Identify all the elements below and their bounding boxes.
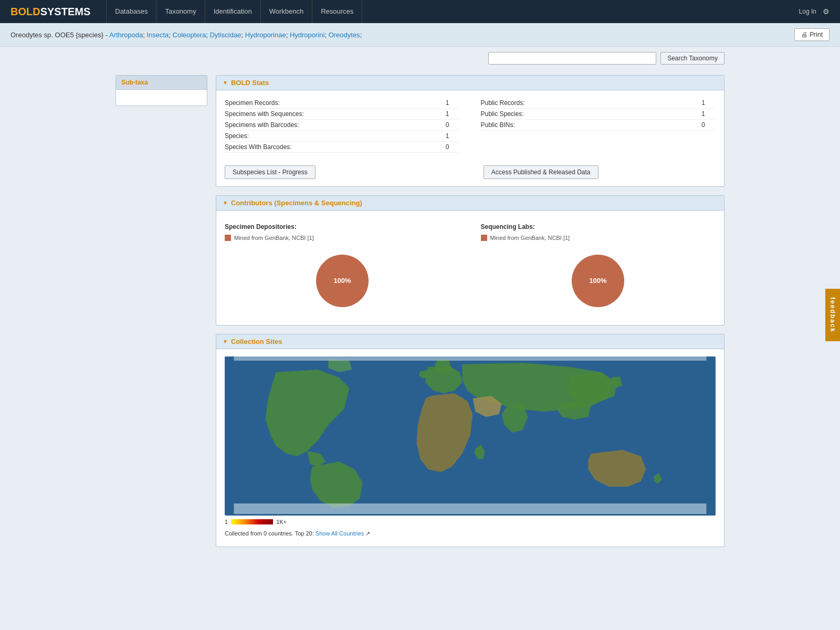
stat-specimens-barcodes-label: Specimens with Barcodes: <box>225 121 299 129</box>
collapse-arrow-collection-sites[interactable]: ▼ <box>223 339 228 344</box>
map-caption-text: Collected from 0 countries. Top 20: <box>225 530 314 537</box>
breadcrumb-hydroporini[interactable]: Hydroporini <box>290 31 324 39</box>
subspecies-list-progress-button[interactable]: Subspecies List - Progress <box>225 165 316 179</box>
stat-public-records-label: Public Records: <box>481 99 525 107</box>
logo[interactable]: BOLD SYSTEMS <box>10 6 90 18</box>
contributors-body: Specimen Depositories: Mined from GenBan… <box>216 211 724 325</box>
stat-species-label: Species: <box>225 132 249 140</box>
breadcrumb-arthropoda[interactable]: Arthropoda <box>109 31 143 39</box>
nav-databases[interactable]: Databases <box>106 0 156 23</box>
stat-species-barcodes-value: 0 <box>439 143 460 151</box>
specimen-legend: Mined from GenBank, NCBI [1] <box>225 235 314 241</box>
breadcrumb-dytiscidae[interactable]: Dytiscidae <box>209 31 241 39</box>
main-nav: Databases Taxonomy Identification Workbe… <box>106 0 799 23</box>
stat-public-records-value: 1 <box>695 99 716 107</box>
breadcrumb-oreodytes[interactable]: Oreodytes <box>329 31 360 39</box>
collection-sites-panel: ▼ Collection Sites <box>216 334 724 547</box>
main-header: BOLD SYSTEMS Databases Taxonomy Identifi… <box>0 0 840 23</box>
stat-specimens-barcodes: Specimens with Barcodes: 0 <box>225 120 460 131</box>
stats-inner: Specimen Records: 1 Specimens with Seque… <box>225 98 716 153</box>
sequencing-legend: Mined from GenBank, NCBI [1] <box>481 235 570 241</box>
stat-public-bins-label: Public BINs: <box>481 121 515 129</box>
stat-specimen-records-value: 1 <box>439 99 460 107</box>
collection-sites-body: 1 1K+ Collected from 0 countries. Top 20… <box>216 349 724 547</box>
access-published-data-button[interactable]: Access Published & Released Data <box>484 165 598 179</box>
map-min-label: 1 <box>225 519 228 525</box>
specimen-col-title: Specimen Depositories: <box>225 223 297 230</box>
breadcrumb-main-text: Oreodytes sp. OOE5 {species} - <box>10 31 109 39</box>
world-map-svg <box>225 356 716 514</box>
subtaxa-title: Sub-taxa <box>116 76 207 90</box>
print-label: Print <box>810 31 823 38</box>
collapse-arrow-bold-stats[interactable]: ▼ <box>223 80 228 86</box>
stat-specimens-barcodes-value: 0 <box>439 121 460 129</box>
breadcrumb-hydroporinae[interactable]: Hydroporinae <box>245 31 286 39</box>
content-area: ▼ BOLD Stats Specimen Records: 1 Specime… <box>216 75 724 555</box>
contributors-header: ▼ Contributors (Specimens & Sequencing) <box>216 196 724 211</box>
breadcrumb-coleoptera[interactable]: Coleoptera <box>173 31 206 39</box>
breadcrumb-bar: Oreodytes sp. OOE5 {species} - Arthropod… <box>0 23 840 47</box>
stat-specimens-sequences-label: Specimens with Sequences: <box>225 110 304 118</box>
collection-sites-header: ▼ Collection Sites <box>216 334 724 349</box>
contributors-panel: ▼ Contributors (Specimens & Sequencing) … <box>216 195 724 326</box>
login-link[interactable]: Log In <box>799 8 816 15</box>
bold-stats-header: ▼ BOLD Stats <box>216 76 724 90</box>
map-caption: Collected from 0 countries. Top 20: Show… <box>225 528 716 539</box>
logo-bold: BOLD <box>10 6 40 18</box>
svg-rect-5 <box>234 503 707 514</box>
sequencing-pie-container: 100% <box>481 249 716 312</box>
collapse-arrow-contributors[interactable]: ▼ <box>223 200 228 206</box>
stat-species-barcodes-label: Species With Barcodes: <box>225 143 291 151</box>
world-map-container <box>225 356 716 516</box>
show-all-countries-link[interactable]: Show All Countries <box>316 530 364 537</box>
bold-stats-panel: ▼ BOLD Stats Specimen Records: 1 Specime… <box>216 75 724 187</box>
contributors-grid: Specimen Depositories: Mined from GenBan… <box>225 218 716 318</box>
specimen-legend-color <box>225 235 231 241</box>
map-legend: 1 1K+ <box>225 516 716 528</box>
sequencing-legend-color <box>481 235 487 241</box>
specimen-col: Specimen Depositories: Mined from GenBan… <box>225 223 460 312</box>
stat-species-barcodes: Species With Barcodes: 0 <box>225 142 460 153</box>
main-container: Sub-taxa ▼ BOLD Stats Specimen Records: … <box>105 65 735 566</box>
specimen-pie-chart: 100% <box>311 249 374 312</box>
specimen-pie-container: 100% <box>225 249 460 312</box>
stat-species: Species: 1 <box>225 131 460 142</box>
print-button[interactable]: 🖨 Print <box>794 28 830 41</box>
stat-public-species-label: Public Species: <box>481 110 524 118</box>
search-bar-row: Search Taxonomy <box>105 47 735 65</box>
print-icon: 🖨 <box>801 31 807 38</box>
gear-icon[interactable]: ⚙ <box>823 7 830 16</box>
stat-public-bins-value: 0 <box>695 121 716 129</box>
svg-text:100%: 100% <box>590 277 607 285</box>
contributors-title: Contributors (Specimens & Sequencing) <box>231 199 362 207</box>
search-taxonomy-button[interactable]: Search Taxonomy <box>660 52 724 65</box>
stat-specimen-records: Specimen Records: 1 <box>225 98 460 109</box>
nav-identification[interactable]: Identification <box>205 0 261 23</box>
header-right: Log In ⚙ <box>799 7 830 16</box>
stat-public-species: Public Species: 1 <box>481 109 716 120</box>
sequencing-col: Sequencing Labs: Mined from GenBank, NCB… <box>481 223 716 312</box>
map-legend-gradient <box>231 519 273 524</box>
subtaxa-box: Sub-taxa <box>116 75 207 106</box>
bold-stats-title: BOLD Stats <box>231 79 269 87</box>
breadcrumb-insecta[interactable]: Insecta <box>146 31 169 39</box>
breadcrumb: Oreodytes sp. OOE5 {species} - Arthropod… <box>10 31 362 39</box>
nav-taxonomy[interactable]: Taxonomy <box>156 0 205 23</box>
svg-text:100%: 100% <box>333 277 351 285</box>
stats-left: Specimen Records: 1 Specimens with Seque… <box>225 98 460 153</box>
nav-workbench[interactable]: Workbench <box>261 0 313 23</box>
sidebar: Sub-taxa <box>116 75 207 555</box>
map-max-label: 1K+ <box>276 519 287 525</box>
stat-species-value: 1 <box>439 132 460 140</box>
stat-public-records: Public Records: 1 <box>481 98 716 109</box>
nav-resources[interactable]: Resources <box>312 0 362 23</box>
feedback-tab[interactable]: feedback <box>825 289 840 341</box>
external-link-icon: ↗ <box>365 530 370 537</box>
svg-rect-6 <box>234 356 707 361</box>
subtaxa-content <box>116 90 207 106</box>
stats-right: Public Records: 1 Public Species: 1 Publ… <box>481 98 716 153</box>
stat-specimens-sequences: Specimens with Sequences: 1 <box>225 109 460 120</box>
search-input[interactable] <box>488 52 656 65</box>
bold-stats-body: Specimen Records: 1 Specimens with Seque… <box>216 90 724 186</box>
logo-systems: SYSTEMS <box>40 6 91 18</box>
